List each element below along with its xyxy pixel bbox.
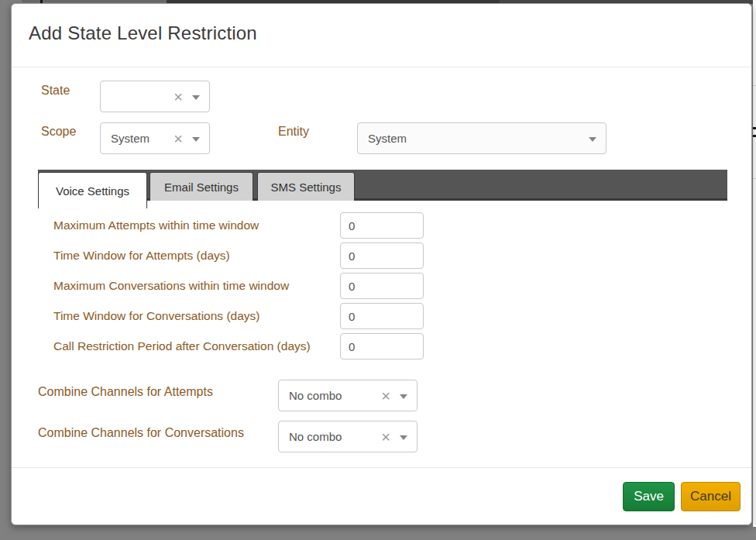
background-tab-strip: [22, 0, 167, 2]
combine-conversations-select[interactable]: No combo ×: [278, 421, 418, 452]
field-label: Time Window for Attempts (days): [53, 249, 340, 263]
field-label: Maximum Attempts within time window: [53, 218, 340, 232]
voice-setting-row: Maximum Attempts within time window: [53, 212, 424, 239]
tab-voice-settings[interactable]: Voice Settings: [38, 172, 147, 208]
field-label: Call Restriction Period after Conversati…: [53, 339, 340, 353]
cancel-button[interactable]: Cancel: [681, 482, 741, 511]
background-mark: [753, 135, 756, 137]
state-select[interactable]: ×: [100, 81, 210, 112]
voice-setting-row: Maximum Conversations within time window: [53, 273, 424, 299]
tab-sms-settings[interactable]: SMS Settings: [257, 172, 355, 201]
entity-label: Entity: [278, 125, 309, 139]
call-restriction-period-input[interactable]: [340, 333, 424, 359]
field-label: Time Window for Conversations (days): [53, 309, 340, 323]
combine-conversations-value: No combo: [279, 430, 342, 443]
clear-icon[interactable]: ×: [380, 429, 392, 445]
conversations-window-input[interactable]: [340, 303, 424, 329]
chevron-down-icon[interactable]: [400, 435, 407, 440]
max-conversations-input[interactable]: [340, 273, 424, 299]
footer-divider: [12, 467, 751, 468]
add-state-level-restriction-dialog: Add State Level Restriction State × Scop…: [11, 3, 752, 525]
dialog-header: Add State Level Restriction: [12, 4, 751, 67]
scope-select[interactable]: System ×: [100, 122, 210, 154]
voice-setting-row: Time Window for Attempts (days): [53, 242, 424, 269]
settings-tabbar: Voice Settings Email Settings SMS Settin…: [38, 170, 727, 201]
field-label: Maximum Conversations within time window: [53, 279, 340, 293]
combine-conversations-label: Combine Channels for Conversations: [38, 426, 244, 440]
state-label: State: [41, 84, 70, 98]
entity-select-value: System: [358, 132, 407, 145]
attempts-window-input[interactable]: [340, 242, 424, 269]
background-mark: [753, 127, 756, 129]
background-line: [753, 178, 756, 179]
chevron-down-icon[interactable]: [192, 137, 200, 142]
chevron-down-icon[interactable]: [192, 95, 200, 100]
max-attempts-input[interactable]: [340, 212, 424, 239]
dialog-title: Add State Level Restriction: [29, 22, 257, 44]
voice-setting-row: Call Restriction Period after Conversati…: [53, 333, 424, 359]
tab-email-settings[interactable]: Email Settings: [149, 172, 253, 201]
background-line: [753, 85, 756, 86]
combine-attempts-value: No combo: [279, 389, 342, 402]
voice-setting-row: Time Window for Conversations (days): [53, 303, 424, 329]
scope-label: Scope: [41, 125, 76, 139]
combine-attempts-label: Combine Channels for Attempts: [38, 385, 213, 399]
scope-select-value: System: [101, 132, 149, 145]
background-page-sliver: [753, 0, 756, 527]
save-button[interactable]: Save: [623, 482, 675, 511]
combine-attempts-select[interactable]: No combo ×: [278, 380, 418, 411]
chevron-down-icon[interactable]: [400, 394, 407, 399]
clear-icon[interactable]: ×: [380, 388, 392, 404]
clear-icon[interactable]: ×: [172, 131, 184, 146]
chevron-down-icon[interactable]: [589, 137, 596, 142]
entity-select[interactable]: System: [357, 122, 607, 154]
clear-icon[interactable]: ×: [172, 89, 184, 105]
voice-settings-panel: Maximum Attempts within time window Time…: [53, 212, 424, 363]
